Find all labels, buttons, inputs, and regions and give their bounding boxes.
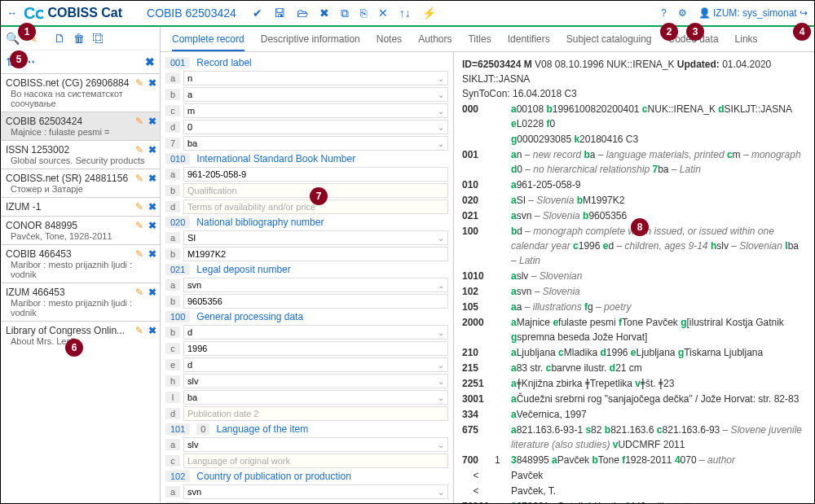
subfield-code[interactable]: d <box>165 201 180 213</box>
duplicate-icon[interactable]: ⿻ <box>93 32 104 45</box>
subfield-value[interactable]: d⌄ <box>183 325 448 340</box>
logo[interactable]: Cᴄ COBISS Cat <box>24 3 122 23</box>
subfield-value[interactable]: Language of original work <box>183 454 448 468</box>
field-label[interactable]: Textual material, monographic <box>196 502 327 503</box>
record-item[interactable]: COBIB 62503424Majnice : fulaste pesmi = … <box>1 112 160 140</box>
tab-complete-record[interactable]: Complete record <box>172 33 244 51</box>
field-tag[interactable]: 100 <box>165 311 190 322</box>
field-tag[interactable]: 105 <box>165 502 190 503</box>
help-icon[interactable]: ? <box>661 7 667 19</box>
close-all-icon[interactable]: ✖ <box>145 55 155 68</box>
subfield-value[interactable]: a⌄ <box>183 87 448 102</box>
subfield-value[interactable]: slv⌄ <box>183 437 448 452</box>
tab-identifiers[interactable]: Identifiers <box>508 33 550 45</box>
field-tag[interactable]: 021 <box>165 264 190 275</box>
close-icon[interactable]: ✖ <box>148 248 156 260</box>
record-item[interactable]: COBISS.net (CG) 26906884Во насока на сис… <box>1 73 160 112</box>
record-item[interactable]: IZUM 466453Maribor : mesto prijaznih lju… <box>1 283 160 321</box>
subfield-code[interactable]: b <box>165 248 180 260</box>
tab-notes[interactable]: Notes <box>377 33 402 45</box>
record-item[interactable]: COBIB 466453Maribor : mesto prijaznih lj… <box>1 244 160 283</box>
external-icon[interactable]: ⧉ <box>341 7 349 20</box>
close-icon[interactable]: ✖ <box>319 7 329 20</box>
sort-icon[interactable]: ↑↓ <box>399 7 411 20</box>
subfield-code[interactable]: h <box>165 375 180 387</box>
tab-descriptive-information[interactable]: Descriptive information <box>261 33 360 45</box>
record-item[interactable]: COBISS.net (SR) 24881156Стожер и Затарје… <box>1 169 160 197</box>
subfield-code[interactable]: a <box>165 72 180 84</box>
close-icon[interactable]: ✖ <box>148 325 156 336</box>
subfield-code[interactable]: l <box>165 392 180 403</box>
subfield-code[interactable]: b <box>165 327 180 338</box>
field-label[interactable]: Language of the item <box>216 423 308 435</box>
subfield-code[interactable]: a <box>165 439 180 450</box>
close-icon[interactable]: ✖ <box>148 77 156 89</box>
user-label[interactable]: 👤 IZUM: sys_simonat ↪ <box>698 7 808 19</box>
tab-authors[interactable]: Authors <box>418 33 452 45</box>
pencil-icon[interactable]: ✎ <box>135 77 143 89</box>
subfield-value[interactable]: ba⌄ <box>183 136 448 151</box>
field-label[interactable]: Legal deposit number <box>196 264 290 275</box>
delete-icon[interactable]: 🗑 <box>73 32 85 45</box>
subfield-value[interactable]: svn⌄ <box>183 278 448 292</box>
subfield-value[interactable]: SI⌄ <box>183 230 448 245</box>
field-tag[interactable]: 001 <box>165 57 190 68</box>
pencil-icon[interactable]: ✎ <box>135 220 143 231</box>
copy-icon[interactable]: ⎘ <box>360 7 367 20</box>
folder-icon[interactable]: 🗁 <box>297 7 308 20</box>
field-tag[interactable]: 020 <box>165 217 190 228</box>
pencil-icon[interactable]: ✎ <box>135 116 143 127</box>
subfield-code[interactable]: a <box>165 169 180 180</box>
new-icon[interactable]: 🗋 <box>54 32 65 45</box>
field-label[interactable]: Record label <box>196 57 251 68</box>
subfield-value[interactable]: ba⌄ <box>183 390 448 405</box>
field-label[interactable]: International Standard Book Number <box>196 153 355 164</box>
subfield-code[interactable]: a <box>165 486 180 497</box>
field-tag[interactable]: 101 <box>165 423 190 435</box>
record-item[interactable]: ISSN 1253002Global sources. Security pro… <box>1 140 160 169</box>
subfield-code[interactable]: d <box>165 121 180 133</box>
record-item[interactable]: CONOR 848995Pavček, Tone, 1928-2011 ✎ ✖ <box>1 216 160 244</box>
subfield-value[interactable]: d⌄ <box>183 357 448 372</box>
pencil-icon[interactable]: ✎ <box>135 144 143 156</box>
field-label[interactable]: General processing data <box>196 311 303 322</box>
field-tag[interactable]: 102 <box>165 471 190 482</box>
close-icon[interactable]: ✖ <box>148 144 156 156</box>
record-item[interactable]: IZUM -1 ✎ ✖ <box>1 197 160 216</box>
subfield-code[interactable]: b <box>165 89 180 100</box>
pencil-icon[interactable]: ✎ <box>135 201 143 213</box>
subfield-value[interactable]: 0⌄ <box>183 120 448 134</box>
back-icon[interactable]: ↔ <box>7 7 17 19</box>
subfield-value[interactable]: 9605356 <box>183 294 448 309</box>
field-label[interactable]: Country of publication or production <box>196 471 350 482</box>
subfield-value[interactable]: M1997K2 <box>183 247 448 261</box>
tab-titles[interactable]: Titles <box>468 33 491 45</box>
subfield-code[interactable]: c <box>165 105 180 116</box>
subfield-value[interactable]: m⌄ <box>183 103 448 118</box>
subfield-code[interactable]: b <box>165 185 180 196</box>
subfield-code[interactable]: e <box>165 359 180 370</box>
pencil-icon[interactable]: ✎ <box>135 248 143 260</box>
subfield-value[interactable]: 1996 <box>183 341 448 356</box>
save-icon[interactable]: 🖫 <box>274 7 285 20</box>
pencil-icon[interactable]: ✎ <box>135 325 143 336</box>
subfield-value[interactable]: Publication date 2 <box>183 406 448 421</box>
subfield-code[interactable]: d <box>165 408 180 419</box>
subfield-code[interactable]: a <box>165 232 180 243</box>
subfield-code[interactable]: a <box>165 279 180 291</box>
subfield-code[interactable]: c <box>165 343 180 354</box>
field-tag[interactable]: 010 <box>165 153 190 164</box>
shuffle-icon[interactable]: ✕ <box>378 7 388 20</box>
check-icon[interactable]: ✔ <box>253 7 262 20</box>
close-icon[interactable]: ✖ <box>148 173 156 184</box>
subfield-value[interactable]: n⌄ <box>183 71 448 85</box>
subfield-value[interactable]: slv⌄ <box>183 374 448 388</box>
close-icon[interactable]: ✖ <box>148 201 156 213</box>
subfield-value[interactable]: 961-205-058-9 <box>183 167 448 182</box>
subfield-value[interactable]: svn⌄ <box>183 484 448 499</box>
pencil-icon[interactable]: ✎ <box>135 287 143 298</box>
close-icon[interactable]: ✖ <box>148 220 156 231</box>
gear-icon[interactable]: ⚙ <box>678 7 687 19</box>
wand-icon[interactable]: ⚡ <box>422 7 436 20</box>
subfield-code[interactable]: b <box>165 296 180 307</box>
